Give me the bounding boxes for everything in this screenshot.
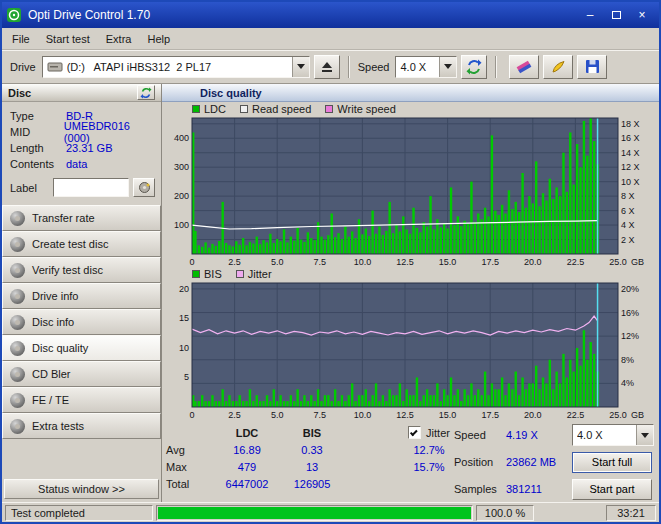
drive-value: (D:) ATAPI iHBS312 2 PL17 <box>67 61 292 73</box>
status-window-button[interactable]: Status window >> <box>4 479 159 499</box>
progress-fill <box>158 507 471 519</box>
progress-percent: 100.0 % <box>476 505 534 521</box>
test-controls: Speed 4.19 X 4.0 X Position 23862 MB Sta… <box>454 424 655 505</box>
status-text: Test completed <box>5 505 153 521</box>
legend-write-speed: Write speed <box>325 103 396 115</box>
total-ldc-value: 6447002 <box>211 478 283 490</box>
erase-disc-button[interactable] <box>509 55 539 79</box>
svg-text:22.5: 22.5 <box>567 257 585 267</box>
svg-text:20: 20 <box>179 284 189 294</box>
results-table: LDC BIS Jitter Avg 16.89 0.33 12.7% Max … <box>166 424 481 502</box>
svg-text:0: 0 <box>189 410 194 420</box>
speed-dropdown-icon[interactable] <box>439 57 456 77</box>
disc-sparkle-icon <box>138 181 151 194</box>
samples-label: Samples <box>454 483 506 495</box>
avg-ldc-value: 16.89 <box>211 444 283 456</box>
nav-fe-te[interactable]: FE / TE <box>2 387 161 413</box>
disc-panel-title: Disc <box>8 87 31 99</box>
chart2-legend: BIS Jitter <box>162 267 659 280</box>
svg-text:0: 0 <box>189 257 194 267</box>
svg-text:7.5: 7.5 <box>314 257 327 267</box>
avg-bis-value: 0.33 <box>283 444 341 456</box>
refresh-button[interactable] <box>461 55 487 79</box>
save-button[interactable] <box>577 55 607 79</box>
minimize-button[interactable]: – <box>577 5 603 25</box>
test-speed-select[interactable]: 4.0 X <box>572 424 654 446</box>
legend-ldc: LDC <box>192 103 226 115</box>
jitter-checkbox[interactable] <box>408 426 421 439</box>
start-full-button[interactable]: Start full <box>572 452 652 473</box>
nav-transfer-rate[interactable]: Transfer rate <box>2 205 161 231</box>
svg-text:15: 15 <box>179 313 189 323</box>
cd-bler-icon <box>10 367 25 382</box>
svg-text:4 X: 4 X <box>621 220 635 230</box>
close-button[interactable]: × <box>629 5 655 25</box>
disc-label-caption: Label <box>10 182 49 194</box>
svg-text:15.0: 15.0 <box>439 257 457 267</box>
speed-select[interactable]: 4.0 X <box>395 56 457 78</box>
copy-results-button[interactable] <box>543 55 573 79</box>
svg-text:12%: 12% <box>621 331 639 341</box>
nav-verify-test-disc[interactable]: Verify test disc <box>2 257 161 283</box>
svg-text:20.0: 20.0 <box>524 257 542 267</box>
svg-text:GB: GB <box>631 257 644 267</box>
disc-contents-label: Contents <box>10 158 66 170</box>
start-part-button[interactable]: Start part <box>572 479 652 500</box>
svg-text:17.5: 17.5 <box>481 410 499 420</box>
chart1-legend: LDC Read speed Write speed <box>162 102 659 115</box>
drive-select[interactable]: (D:) ATAPI iHBS312 2 PL17 <box>42 56 310 78</box>
nav-disc-info[interactable]: Disc info <box>2 309 161 335</box>
svg-text:2 X: 2 X <box>621 235 635 245</box>
svg-text:18 X: 18 X <box>621 119 640 129</box>
refresh-icon <box>466 59 482 75</box>
menu-bar: File Start test Extra Help <box>2 28 659 50</box>
nav-extra-tests[interactable]: Extra tests <box>2 413 161 439</box>
drive-label: Drive <box>10 61 36 73</box>
results-area: LDC BIS Jitter Avg 16.89 0.33 12.7% Max … <box>162 420 659 502</box>
svg-text:7.5: 7.5 <box>314 410 327 420</box>
svg-text:17.5: 17.5 <box>481 257 499 267</box>
disc-type-label: Type <box>10 110 66 122</box>
maximize-button[interactable] <box>603 5 629 25</box>
test-speed-dropdown-icon[interactable] <box>636 425 653 445</box>
svg-text:8%: 8% <box>621 355 634 365</box>
drive-dropdown-icon[interactable] <box>292 57 309 77</box>
main-panel-header: Disc quality <box>162 84 659 102</box>
content-area: Disc TypeBD-R MIDUMEBDR016 (000) Length2… <box>2 84 659 502</box>
svg-text:15.0: 15.0 <box>439 410 457 420</box>
max-bis-value: 13 <box>283 461 341 473</box>
nav-create-test-disc[interactable]: Create test disc <box>2 231 161 257</box>
disc-length-label: Length <box>10 142 66 154</box>
disc-refresh-icon <box>140 87 152 99</box>
nav-buttons: Transfer rate Create test disc Verify te… <box>2 205 161 439</box>
svg-text:5.0: 5.0 <box>271 257 284 267</box>
svg-text:22.5: 22.5 <box>567 410 585 420</box>
bis-jitter-chart: 51015204%8%12%16%20%02.55.07.510.012.515… <box>162 280 656 420</box>
progress-bar <box>156 505 473 521</box>
disc-mid-value: UMEBDR016 (000) <box>64 120 155 144</box>
menu-start-test[interactable]: Start test <box>38 30 98 48</box>
legend-bis: BIS <box>192 268 222 280</box>
disc-label-button[interactable] <box>133 178 155 197</box>
svg-text:10.0: 10.0 <box>354 410 372 420</box>
eraser-icon <box>515 59 533 75</box>
title-bar: Opti Drive Control 1.70 – × <box>2 2 659 28</box>
svg-text:5.0: 5.0 <box>271 410 284 420</box>
menu-file[interactable]: File <box>4 30 38 48</box>
eject-button[interactable] <box>314 55 340 79</box>
menu-extra[interactable]: Extra <box>98 30 140 48</box>
save-disk-icon <box>585 59 600 74</box>
test-speed-value: 4.0 X <box>577 429 636 441</box>
nav-drive-info[interactable]: Drive info <box>2 283 161 309</box>
nav-disc-quality[interactable]: Disc quality <box>2 335 161 361</box>
disc-label-input[interactable] <box>53 178 129 197</box>
svg-text:12.5: 12.5 <box>396 257 414 267</box>
menu-help[interactable]: Help <box>139 30 178 48</box>
svg-text:200: 200 <box>174 191 189 201</box>
disc-refresh-button[interactable] <box>137 85 155 100</box>
svg-text:2.5: 2.5 <box>228 257 241 267</box>
disc-contents-value[interactable]: data <box>66 158 87 170</box>
svg-text:8 X: 8 X <box>621 191 635 201</box>
nav-cd-bler[interactable]: CD Bler <box>2 361 161 387</box>
speed-value: 4.0 X <box>400 61 439 73</box>
